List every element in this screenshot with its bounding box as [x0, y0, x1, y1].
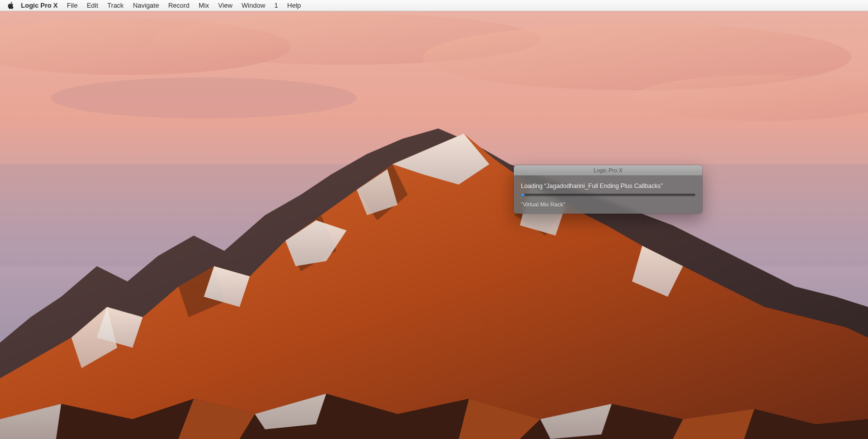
- menu-file[interactable]: File: [67, 2, 77, 9]
- menu-navigate[interactable]: Navigate: [133, 2, 159, 9]
- status-text: “Virtual Mix Rack”: [521, 201, 695, 208]
- menu-track[interactable]: Track: [108, 2, 124, 9]
- dialog-title-bar: Logic Pro X: [514, 165, 702, 175]
- progress-fill: [521, 194, 524, 196]
- menu-mix[interactable]: Mix: [199, 2, 209, 9]
- dialog-title: Logic Pro X: [594, 167, 623, 173]
- menu-edit[interactable]: Edit: [87, 2, 98, 9]
- menu-app-name[interactable]: Logic Pro X: [21, 2, 58, 9]
- menu-view[interactable]: View: [218, 2, 232, 9]
- loading-text: Loading “Jagadodharini_Full Ending Plus …: [521, 183, 695, 190]
- system-menubar: Logic Pro X File Edit Track Navigate Rec…: [0, 0, 868, 11]
- desktop-wallpaper: [0, 11, 868, 439]
- loading-dialog: Logic Pro X Loading “Jagadodharini_Full …: [514, 165, 702, 214]
- apple-menu-icon[interactable]: [7, 2, 14, 9]
- menu-help[interactable]: Help: [287, 2, 301, 9]
- svg-point-5: [51, 78, 357, 118]
- menu-record[interactable]: Record: [168, 2, 190, 9]
- dialog-content: Loading “Jagadodharini_Full Ending Plus …: [514, 175, 702, 214]
- menu-1[interactable]: 1: [274, 2, 278, 9]
- progress-bar: [521, 194, 695, 196]
- menu-window[interactable]: Window: [242, 2, 265, 9]
